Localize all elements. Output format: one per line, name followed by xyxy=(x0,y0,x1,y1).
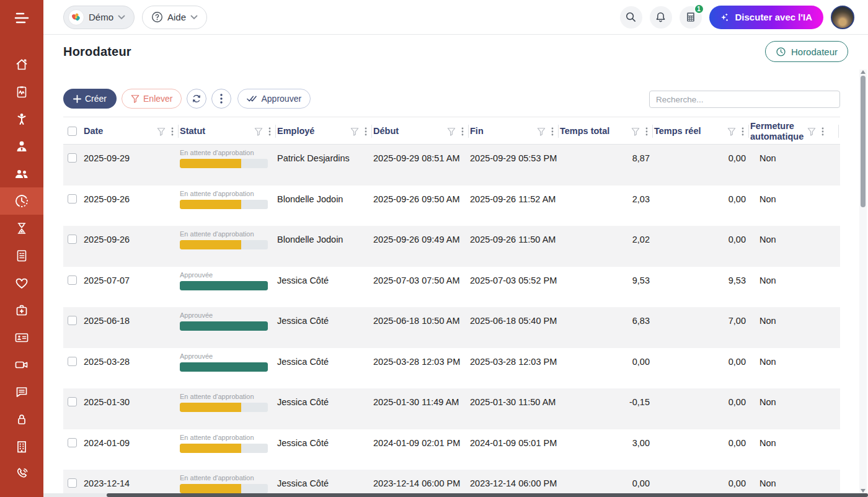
sidebar-item-id-card[interactable] xyxy=(0,324,43,351)
sidebar-item-heart[interactable] xyxy=(0,269,43,297)
status-label: En attente d'approbation xyxy=(180,230,277,238)
filter-icon[interactable] xyxy=(447,127,456,136)
sidebar-item-video[interactable] xyxy=(0,351,43,378)
cell-status: En attente d'approbation xyxy=(180,186,277,209)
user-avatar[interactable] xyxy=(831,6,854,29)
cell-total-time: 2,02 xyxy=(560,226,654,244)
column-menu-icon[interactable] xyxy=(645,127,648,136)
column-menu-icon[interactable] xyxy=(461,127,464,136)
column-header-fermeture-automatique[interactable]: Fermeture automatique xyxy=(750,117,840,145)
filter-icon[interactable] xyxy=(631,127,640,136)
filter-icon[interactable] xyxy=(807,127,816,136)
status-progress-fill xyxy=(180,403,241,412)
filter-icon[interactable] xyxy=(537,127,546,136)
status-label: En attente d'approbation xyxy=(180,434,277,441)
create-button[interactable]: Créer xyxy=(63,89,117,109)
sidebar-item-reports[interactable] xyxy=(0,78,43,105)
filter-icon[interactable] xyxy=(727,127,736,136)
sidebar-item-employee[interactable] xyxy=(0,133,43,160)
cell-status: Approuvée xyxy=(180,267,277,290)
status-progress-fill xyxy=(180,240,241,249)
column-menu-icon[interactable] xyxy=(268,127,271,136)
search-button[interactable] xyxy=(620,6,642,29)
cell-start: 2025-01-30 11:49 AM xyxy=(373,388,470,407)
sidebar-item-home[interactable] xyxy=(0,51,43,78)
row-checkbox[interactable] xyxy=(68,478,77,488)
cell-real-time: 7,00 xyxy=(654,307,750,326)
column-header-temps-reel[interactable]: Temps réel xyxy=(654,117,750,145)
sidebar-item-child[interactable] xyxy=(0,105,43,133)
row-checkbox[interactable] xyxy=(68,316,77,325)
select-all-checkbox[interactable] xyxy=(68,127,77,136)
filter-icon[interactable] xyxy=(254,127,263,136)
remove-filter-button[interactable]: Enlever xyxy=(122,89,182,109)
more-options-button[interactable] xyxy=(211,89,231,109)
scroll-down-arrow-icon[interactable] xyxy=(861,489,866,493)
cell-end: 2025-09-26 11:52 AM xyxy=(470,186,560,204)
table-row[interactable]: 2025-09-26 En attente d'approbation Blon… xyxy=(63,186,840,226)
sidebar-item-document[interactable] xyxy=(0,242,43,269)
cell-date: 2025-09-29 xyxy=(84,145,180,163)
sidebar-item-chat[interactable] xyxy=(0,378,43,406)
cell-total-time: 0,00 xyxy=(560,470,654,488)
table-row[interactable]: 2025-07-07 Approuvée Jessica Côté 2025-0… xyxy=(63,267,840,308)
scroll-up-arrow-icon[interactable] xyxy=(861,70,866,74)
horizontal-scrollbar-thumb[interactable] xyxy=(107,493,868,497)
cell-end: 2025-07-03 05:52 PM xyxy=(470,267,560,285)
row-checkbox[interactable] xyxy=(68,275,77,285)
row-checkbox[interactable] xyxy=(68,357,77,366)
filter-icon[interactable] xyxy=(157,127,166,136)
menu-toggle-button[interactable] xyxy=(0,4,43,32)
clock-icon xyxy=(776,47,786,57)
column-header-debut[interactable]: Début xyxy=(373,117,470,145)
search-input[interactable] xyxy=(649,91,840,108)
row-checkbox[interactable] xyxy=(68,438,77,447)
row-checkbox[interactable] xyxy=(68,153,77,163)
row-checkbox[interactable] xyxy=(68,194,77,204)
cell-start: 2025-09-26 09:50 AM xyxy=(373,186,470,204)
view-selector-button[interactable]: Horodateur xyxy=(765,41,848,62)
column-header-date[interactable]: Date xyxy=(84,117,180,145)
sidebar-item-phone[interactable] xyxy=(0,460,43,488)
row-checkbox[interactable] xyxy=(68,235,77,244)
column-menu-icon[interactable] xyxy=(742,127,744,136)
cell-auto-close: Non xyxy=(750,348,840,367)
company-switcher[interactable]: Démo xyxy=(63,6,135,29)
document-list-icon xyxy=(14,248,29,263)
vertical-scrollbar-thumb[interactable] xyxy=(861,76,866,207)
remove-label: Enlever xyxy=(143,94,172,104)
column-menu-icon[interactable] xyxy=(551,127,554,136)
column-header-temps-total[interactable]: Temps total xyxy=(560,117,654,145)
sidebar-item-first-aid[interactable] xyxy=(0,297,43,324)
cell-date: 2024-01-09 xyxy=(84,429,180,448)
status-progress-fill xyxy=(180,321,268,331)
table-row[interactable]: 2025-01-30 En attente d'approbation Jess… xyxy=(63,388,840,429)
ai-chat-button[interactable]: Discuter avec l'IA xyxy=(709,6,823,29)
calculator-button[interactable]: 1 xyxy=(680,6,702,29)
column-header-statut[interactable]: Statut xyxy=(180,117,277,145)
table-row[interactable]: 2024-01-09 En attente d'approbation Jess… xyxy=(63,429,840,470)
horizontal-scrollbar[interactable] xyxy=(43,493,868,497)
help-menu[interactable]: Aide xyxy=(142,6,207,29)
column-header-employe[interactable]: Employé xyxy=(277,117,373,145)
column-menu-icon[interactable] xyxy=(365,127,367,136)
sidebar-item-lock[interactable] xyxy=(0,406,43,433)
notifications-button[interactable] xyxy=(650,6,672,29)
vertical-scrollbar[interactable] xyxy=(859,69,867,493)
table-row[interactable]: 2025-06-18 Approuvée Jessica Côté 2025-0… xyxy=(63,307,840,348)
sidebar-item-time-clock[interactable] xyxy=(0,187,43,215)
sidebar-item-people[interactable] xyxy=(0,160,43,187)
sidebar-item-building[interactable] xyxy=(0,433,43,460)
column-menu-icon[interactable] xyxy=(171,127,174,136)
sidebar-item-hourglass[interactable] xyxy=(0,215,43,242)
row-checkbox[interactable] xyxy=(68,397,77,406)
column-header-fin[interactable]: Fin xyxy=(470,117,560,145)
table-row[interactable]: 2025-09-26 En attente d'approbation Blon… xyxy=(63,226,840,267)
table-row[interactable]: 2025-03-28 Approuvée Jessica Côté 2025-0… xyxy=(63,348,840,389)
refresh-button[interactable] xyxy=(187,89,206,109)
cell-end: 2025-09-29 05:53 PM xyxy=(470,145,560,163)
filter-icon[interactable] xyxy=(350,127,359,136)
table-row[interactable]: 2025-09-29 En attente d'approbation Patr… xyxy=(63,145,840,186)
column-menu-icon[interactable] xyxy=(822,127,824,136)
approve-button[interactable]: Approuver xyxy=(237,89,311,109)
